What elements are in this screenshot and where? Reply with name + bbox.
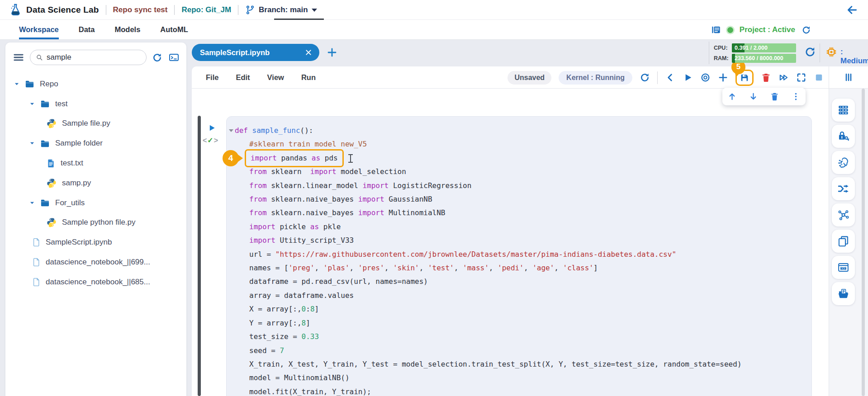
tree-item[interactable]: datascience_notebook_||699...: [5, 252, 186, 272]
resource-refresh-icon[interactable]: [804, 46, 816, 58]
back-arrow-icon[interactable]: [846, 4, 858, 16]
vertical-scrollbar[interactable]: [862, 89, 865, 396]
run-cell-gutter-icon[interactable]: [207, 123, 216, 132]
collapse-left-icon[interactable]: [665, 72, 675, 83]
tree-item[interactable]: Sample folder: [5, 133, 186, 153]
search-box[interactable]: [30, 50, 147, 65]
close-tab-icon[interactable]: [305, 49, 312, 56]
delete-cell-icon[interactable]: [770, 92, 779, 101]
branch-selector[interactable]: Branch: main: [245, 0, 317, 20]
code-line[interactable]: names = ['preg', 'plas', 'pres', 'skin',…: [235, 261, 811, 275]
code-line[interactable]: model = MultinomialNB(): [235, 371, 811, 385]
tree-item[interactable]: Sample python file.py: [5, 213, 186, 233]
menu-view[interactable]: View: [267, 73, 284, 82]
code-line[interactable]: seed = 7: [235, 344, 811, 358]
tree-item[interactable]: datascience_notebook_||685...: [5, 272, 186, 292]
run-cell-icon[interactable]: [683, 72, 693, 83]
tree-item[interactable]: test: [5, 94, 186, 114]
columns-icon[interactable]: [843, 72, 854, 83]
more-options-icon[interactable]: [791, 92, 801, 101]
tree-item[interactable]: Sample file.py: [5, 114, 186, 134]
resource-monitor: CPU: 0.391 / 2.000 RAM: 233.560 / 8000.0…: [709, 42, 798, 64]
code-line[interactable]: from sklearn.naive_bayes import Multinom…: [235, 206, 811, 220]
code-line[interactable]: def sample_func():: [235, 124, 811, 137]
console-icon[interactable]: [168, 52, 180, 63]
new-tab-icon[interactable]: [327, 47, 337, 58]
rail-brain-icon[interactable]: [832, 151, 855, 174]
search-input[interactable]: [47, 53, 142, 62]
tree-item[interactable]: test.txt: [5, 153, 186, 173]
code-line[interactable]: 4import pandas as pds: [235, 151, 811, 165]
caret-down-icon[interactable]: [29, 200, 35, 206]
move-cell-up-icon[interactable]: [727, 92, 737, 101]
code-cell[interactable]: def sample_func():#sklearn train model n…: [226, 116, 812, 396]
code-line[interactable]: from sklearn.linear_model import Logisti…: [235, 179, 811, 193]
tree-item[interactable]: Repo: [5, 74, 186, 94]
cpu-value: 0.391 / 2.000: [735, 45, 768, 51]
menu-icon[interactable]: [13, 52, 24, 63]
code-line[interactable]: dataframe = pd.read_csv(url, names=names…: [235, 275, 811, 288]
code-line[interactable]: import Utiity_script_V33: [235, 234, 811, 247]
menu-file[interactable]: File: [206, 73, 218, 82]
cell-drag-handle[interactable]: [198, 116, 201, 396]
code-line[interactable]: array = dataframe.values: [235, 289, 811, 302]
caret-down-icon[interactable]: [29, 140, 35, 146]
code-line[interactable]: X = array[:,0:8]: [235, 302, 811, 316]
rail-infinity-icon[interactable]: [832, 256, 855, 279]
notebook-file-icon: [32, 278, 41, 287]
code-line[interactable]: from sklearn.naive_bayes import Gaussian…: [235, 193, 811, 206]
rail-lock-icon[interactable]: [832, 125, 855, 148]
search-icon: [36, 54, 43, 61]
branch-label: Branch: main: [259, 5, 308, 14]
nav-tab-models[interactable]: Models: [115, 20, 141, 39]
code-line[interactable]: import pickle as pkle: [235, 220, 811, 234]
caret-down-icon[interactable]: [14, 81, 20, 87]
tree-item[interactable]: samp.py: [5, 173, 186, 193]
instance-chip-icon[interactable]: [826, 47, 837, 57]
delete-icon[interactable]: [761, 72, 771, 83]
tab-title: SampleScript.ipynb: [200, 48, 305, 57]
stop-icon[interactable]: [814, 72, 824, 83]
fullscreen-icon[interactable]: [796, 72, 806, 83]
record-target-icon[interactable]: [700, 72, 711, 83]
tab-samplescript[interactable]: SampleScript.ipynb: [192, 44, 319, 61]
tree-item[interactable]: For_utils: [5, 193, 186, 213]
project-refresh-icon[interactable]: [802, 25, 811, 35]
code-line[interactable]: Y = array[:,8]: [235, 316, 811, 330]
project-list-icon[interactable]: [711, 25, 721, 35]
add-cell-icon[interactable]: [718, 72, 728, 83]
run-all-icon[interactable]: [778, 72, 789, 83]
tree-item-label: samp.py: [62, 179, 91, 188]
tree-item[interactable]: SampleScript.ipynb: [5, 232, 186, 252]
explorer-refresh-icon[interactable]: [152, 52, 162, 63]
code-line[interactable]: from sklearn import model_selection: [235, 165, 811, 179]
rail-network-icon[interactable]: [832, 203, 855, 226]
nav-tab-automl[interactable]: AutoML: [160, 20, 188, 39]
code-line[interactable]: model.fit(X_train, Y_train);: [235, 385, 811, 396]
menu-run[interactable]: Run: [301, 73, 316, 82]
tree-item-label: Sample python file.py: [62, 218, 136, 227]
ram-value: 233.560 / 8000.000: [735, 55, 783, 61]
fold-caret-icon[interactable]: [229, 129, 233, 132]
ram-bar: 233.560 / 8000.000: [732, 54, 796, 63]
repo-label: Repo: Git_JM: [181, 5, 231, 14]
menu-edit[interactable]: Edit: [236, 73, 250, 82]
tree-item-label: For_utils: [55, 198, 85, 207]
text-cursor-icon: [348, 154, 353, 163]
rail-copy-icon[interactable]: [832, 230, 855, 253]
nav-tab-data[interactable]: Data: [79, 20, 95, 39]
cell-toolbar: [722, 88, 806, 105]
rail-shuffle-icon[interactable]: [832, 177, 855, 200]
menu-bar: FileEditViewRun: [206, 73, 316, 82]
code-line[interactable]: X_train, X_test, Y_train, Y_test = model…: [235, 358, 811, 371]
caret-down-icon[interactable]: [29, 101, 35, 107]
code-line[interactable]: test_size = 0.33: [235, 330, 811, 344]
nav-tab-workspace[interactable]: Workspace: [19, 20, 59, 39]
code-line[interactable]: url = "https://raw.githubusercontent.com…: [235, 248, 811, 261]
save-icon[interactable]: [740, 73, 749, 83]
move-cell-down-icon[interactable]: [749, 92, 758, 101]
tree-item-label: Sample folder: [55, 139, 103, 148]
rail-server-icon[interactable]: [832, 99, 855, 122]
rail-folderdocs-icon[interactable]: [832, 282, 855, 305]
kernel-refresh-icon[interactable]: [640, 72, 650, 83]
